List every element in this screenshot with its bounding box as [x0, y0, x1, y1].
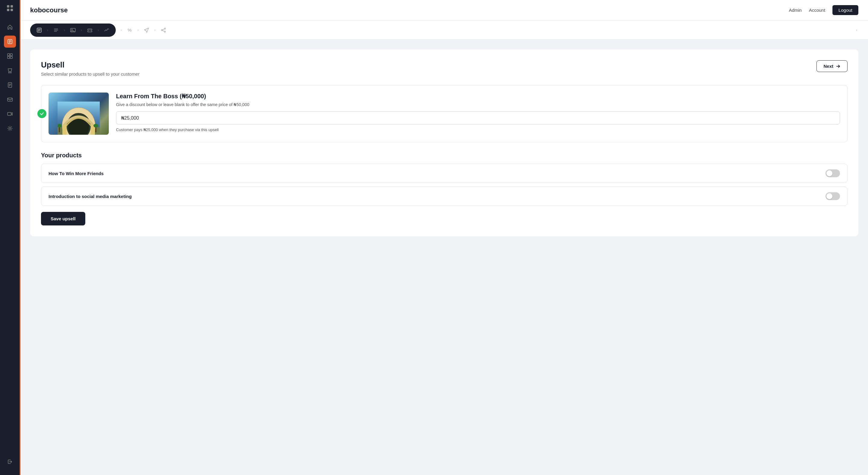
- step-chevron-8: ›: [856, 28, 857, 32]
- step-details-icon: [52, 26, 60, 34]
- step-chevron-2: ›: [64, 28, 65, 32]
- svg-rect-3: [10, 9, 13, 11]
- step-share[interactable]: [157, 26, 170, 34]
- step-media[interactable]: [66, 26, 80, 34]
- page-subtitle: Select similar products to upsell to you…: [41, 71, 140, 76]
- sidebar-item-pages[interactable]: [4, 79, 16, 91]
- check-icon: [39, 111, 44, 116]
- product-info: Learn From The Boss (₦50,000) Give a dis…: [116, 93, 840, 135]
- sidebar-bottom: [4, 456, 16, 470]
- step-coupon-icon: [86, 26, 94, 34]
- your-products-title: Your products: [41, 152, 847, 159]
- steps-active-section: › ›: [30, 24, 116, 37]
- sidebar-nav: [4, 21, 16, 456]
- step-analytics[interactable]: [100, 26, 113, 34]
- step-chevron-5: ›: [121, 28, 122, 32]
- step-details[interactable]: [50, 26, 63, 34]
- product-description: Give a discount below or leave blank to …: [116, 102, 840, 107]
- toggle-knob: [827, 170, 832, 176]
- svg-point-10: [10, 72, 11, 73]
- products-list: How To Win More FriendsIntroduction to s…: [41, 164, 847, 206]
- arch-building-svg: [58, 102, 100, 135]
- steps-light-section: › % › ›: [116, 26, 858, 34]
- steps-bar: › ›: [21, 21, 868, 40]
- topnav-links: Admin Account Logout: [789, 5, 858, 15]
- step-chevron-7: ›: [154, 28, 156, 32]
- svg-point-31: [93, 124, 98, 127]
- step-send[interactable]: [140, 26, 153, 34]
- product-toggle-row: How To Win More Friends: [41, 164, 847, 183]
- step-content-icon: [35, 26, 43, 34]
- account-link[interactable]: Account: [809, 7, 825, 13]
- svg-rect-0: [7, 5, 9, 7]
- svg-point-17: [72, 29, 73, 30]
- svg-rect-7: [7, 56, 10, 59]
- product-toggle-label: Introduction to social media marketing: [49, 194, 132, 199]
- logo: kobocourse: [30, 6, 789, 14]
- sidebar-item-settings[interactable]: [4, 122, 16, 134]
- featured-product-card: Learn From The Boss (₦50,000) Give a dis…: [41, 85, 847, 142]
- svg-point-19: [161, 30, 162, 31]
- svg-rect-8: [10, 56, 12, 59]
- next-arrow-icon: [836, 64, 841, 69]
- svg-rect-1: [10, 5, 13, 7]
- step-media-icon: [69, 26, 77, 34]
- step-chevron-6: ›: [137, 28, 138, 32]
- check-badge: [36, 108, 47, 119]
- page-header: Upsell Select similar products to upsell…: [41, 60, 847, 76]
- logo-regular: kobo: [30, 6, 46, 14]
- sidebar-item-home[interactable]: [4, 21, 16, 33]
- admin-link[interactable]: Admin: [789, 7, 802, 13]
- page-heading: Upsell Select similar products to upsell…: [41, 60, 140, 76]
- svg-rect-13: [7, 113, 11, 116]
- toggle-knob: [827, 193, 832, 199]
- page-title: Upsell: [41, 60, 140, 70]
- main-area: kobocourse Admin Account Logout: [21, 0, 868, 475]
- customer-pays-text: Customer pays ₦25,000 when they purchase…: [116, 127, 840, 132]
- page-card: Upsell Select similar products to upsell…: [30, 50, 858, 236]
- step-chevron-1: ›: [47, 28, 48, 32]
- step-percent[interactable]: %: [123, 26, 136, 34]
- sidebar-item-video[interactable]: [4, 108, 16, 120]
- toggle-switch[interactable]: [826, 192, 840, 200]
- step-share-icon: [159, 26, 167, 34]
- toggle-switch[interactable]: [826, 169, 840, 177]
- step-percent-icon: %: [125, 26, 134, 34]
- product-title: Learn From The Boss (₦50,000): [116, 93, 840, 100]
- svg-point-14: [9, 127, 11, 129]
- logout-button[interactable]: Logout: [832, 5, 858, 15]
- steps-inner: › ›: [30, 24, 858, 37]
- sidebar-item-email[interactable]: [4, 93, 16, 105]
- step-content[interactable]: [33, 26, 46, 34]
- sidebar-item-courses[interactable]: [4, 36, 16, 48]
- step-chevron-3: ›: [81, 28, 82, 32]
- next-button[interactable]: Next: [816, 60, 847, 72]
- sidebar: [0, 0, 21, 475]
- step-analytics-icon: [102, 26, 111, 34]
- svg-rect-5: [7, 54, 10, 56]
- svg-rect-6: [10, 54, 12, 56]
- grid-icon[interactable]: [7, 5, 13, 11]
- svg-point-20: [164, 31, 165, 32]
- product-toggle-row: Introduction to social media marketing: [41, 187, 847, 206]
- svg-rect-2: [7, 9, 9, 11]
- step-coupon[interactable]: [83, 26, 96, 34]
- sidebar-item-logout[interactable]: [4, 456, 16, 468]
- next-label: Next: [824, 64, 833, 69]
- step-chevron-4: ›: [98, 28, 99, 32]
- svg-point-18: [164, 28, 165, 29]
- svg-point-9: [8, 72, 9, 73]
- product-toggle-label: How To Win More Friends: [49, 171, 104, 176]
- logo-bold: course: [46, 6, 68, 14]
- product-image: [49, 93, 109, 135]
- topnav: kobocourse Admin Account Logout: [21, 0, 868, 21]
- page-body: Upsell Select similar products to upsell…: [21, 40, 868, 246]
- sidebar-item-orders[interactable]: [4, 64, 16, 76]
- sidebar-item-media[interactable]: [4, 50, 16, 62]
- price-input[interactable]: [116, 111, 840, 124]
- content-area: › ›: [21, 21, 868, 475]
- step-send-icon: [142, 26, 151, 34]
- svg-rect-12: [7, 98, 12, 101]
- save-upsell-button[interactable]: Save upsell: [41, 212, 85, 225]
- svg-rect-26: [62, 125, 67, 135]
